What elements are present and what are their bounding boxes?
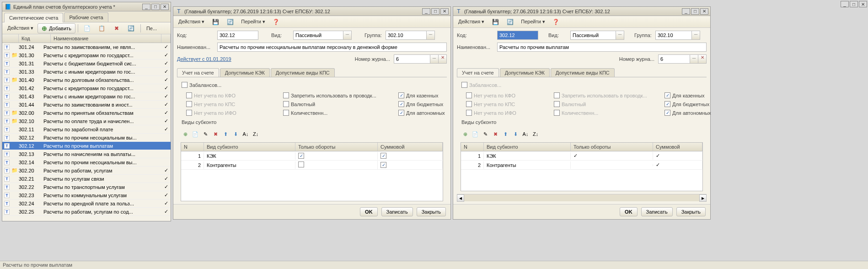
cb-auto[interactable] bbox=[664, 110, 670, 116]
table-row[interactable]: T302.14Расчеты по прочим несоциальным вы… bbox=[2, 158, 171, 167]
table-row[interactable]: T302.21Расчеты по услугам связи✓ bbox=[2, 175, 171, 183]
d2-kind-input[interactable] bbox=[570, 31, 616, 40]
d1-refresh-icon[interactable]: 🔄 bbox=[223, 17, 237, 27]
sk-edit[interactable]: ✎ bbox=[201, 129, 210, 139]
d1-kind-input[interactable] bbox=[293, 31, 343, 40]
th-n[interactable]: N bbox=[181, 143, 204, 151]
subkonto-row[interactable]: 1КЭК✓✓ bbox=[461, 151, 702, 161]
cb-qty[interactable] bbox=[283, 110, 289, 116]
table-row[interactable]: T302.23Расчеты по коммунальным услугам✓ bbox=[2, 191, 171, 199]
table-row[interactable]: T301.43Расчеты с иными кредиторами по го… bbox=[2, 92, 171, 101]
sk-turnover[interactable] bbox=[295, 152, 378, 160]
cb-state[interactable] bbox=[398, 92, 404, 98]
scroll-left[interactable]: ◀ bbox=[457, 194, 464, 202]
tb-icon-2[interactable]: 📋 bbox=[95, 24, 109, 33]
d1-close-btn[interactable]: Закрыть bbox=[417, 207, 446, 216]
sk-down[interactable]: ⬇ bbox=[511, 129, 520, 139]
sk-delete[interactable]: ✖ bbox=[211, 129, 220, 139]
d2-goto[interactable]: Перейти ▾ bbox=[518, 17, 548, 27]
sk-turnover[interactable] bbox=[571, 164, 653, 166]
actions-menu[interactable]: Действия ▾ bbox=[4, 24, 37, 33]
tab-accounting[interactable]: Учет на счете bbox=[177, 68, 219, 77]
d2-journal-dots[interactable]: ... bbox=[690, 54, 698, 64]
tab-kps[interactable]: Допустимые виды КПС bbox=[551, 68, 615, 77]
d2-journal-clear[interactable]: ✕ bbox=[698, 54, 707, 64]
sk-sort-z[interactable]: Z↓ bbox=[251, 129, 260, 139]
table-row[interactable]: T301.24Расчеты по заимствованиям, не явл… bbox=[2, 43, 171, 51]
max-button[interactable]: □ bbox=[151, 4, 160, 10]
tab-accounting[interactable]: Учет на счете bbox=[457, 68, 499, 77]
add-button[interactable]: ⊕Добавить bbox=[38, 23, 75, 33]
d2-ok[interactable]: OK bbox=[620, 207, 638, 216]
d2-max[interactable]: □ bbox=[691, 8, 699, 15]
sk-add[interactable]: ⊕ bbox=[181, 129, 190, 139]
subkonto-row[interactable]: 2Контрагенты bbox=[181, 161, 443, 170]
sk-sum[interactable] bbox=[378, 152, 443, 160]
tab-kek[interactable]: Допустимые КЭК bbox=[500, 68, 550, 77]
table-row[interactable]: T302.11Расчеты по заработной плате✓ bbox=[2, 125, 171, 134]
table-row[interactable]: T📁301.40Расчеты по долговым обязательств… bbox=[2, 76, 171, 84]
cb-auto[interactable] bbox=[398, 110, 404, 116]
th-sum[interactable]: Суммовой bbox=[378, 143, 443, 151]
tab-kps[interactable]: Допустимые виды КПС bbox=[271, 68, 335, 77]
table-row[interactable]: T301.31Расчеты с бюджетами бюджетной сис… bbox=[2, 59, 171, 68]
d2-close[interactable]: ✕ bbox=[700, 8, 708, 15]
th-kind[interactable]: Вид субконто bbox=[204, 143, 295, 151]
sk-sum[interactable] bbox=[378, 161, 443, 169]
min-button[interactable]: _ bbox=[142, 4, 150, 10]
table-row[interactable]: T📁301.30Расчеты с кредиторами по государ… bbox=[2, 51, 171, 59]
d1-save[interactable]: Записать bbox=[381, 207, 413, 216]
sk-edit[interactable]: ✎ bbox=[481, 129, 490, 139]
d2-save-icon[interactable]: 💾 bbox=[488, 17, 502, 27]
d2-refresh-icon[interactable]: 🔄 bbox=[503, 17, 517, 27]
app-max[interactable]: □ bbox=[850, 1, 858, 7]
sk-down[interactable]: ⬇ bbox=[231, 129, 240, 139]
d2-name-input[interactable] bbox=[497, 43, 707, 52]
d2-group-dots[interactable]: ... bbox=[692, 31, 700, 40]
close-button[interactable]: ✕ bbox=[161, 4, 169, 10]
d1-max[interactable]: □ bbox=[431, 8, 439, 15]
d1-goto[interactable]: Перейти ▾ bbox=[238, 17, 268, 27]
cb-forbid[interactable] bbox=[283, 92, 289, 98]
sk-copy[interactable]: 📄 bbox=[471, 129, 480, 139]
d1-journal-input[interactable] bbox=[394, 54, 430, 64]
d1-kind-dots[interactable]: ... bbox=[343, 31, 352, 40]
d1-actions[interactable]: Действия ▾ bbox=[175, 17, 208, 27]
d2-group-input[interactable] bbox=[655, 31, 692, 40]
sk-copy[interactable]: 📄 bbox=[191, 129, 200, 139]
sk-delete[interactable]: ✖ bbox=[491, 129, 500, 139]
d2-save[interactable]: Записать bbox=[641, 207, 673, 216]
d1-name-input[interactable] bbox=[217, 43, 447, 52]
d2-code-input[interactable] bbox=[497, 31, 538, 40]
sk-add[interactable]: ⊕ bbox=[461, 129, 470, 139]
d1-close[interactable]: ✕ bbox=[440, 8, 449, 15]
d2-help-icon[interactable]: ❓ bbox=[549, 17, 563, 27]
subkonto-row[interactable]: 1КЭК bbox=[181, 151, 443, 161]
d2-actions[interactable]: Действия ▾ bbox=[455, 17, 488, 27]
tb-icon-3[interactable]: ✖ bbox=[110, 24, 123, 33]
table-row[interactable]: T301.44Расчеты по заимствованиям в иност… bbox=[2, 101, 171, 109]
tab-synthetic[interactable]: Синтетические счета bbox=[4, 13, 63, 22]
cb-state[interactable] bbox=[664, 92, 670, 98]
sk-sort-a[interactable]: A↓ bbox=[521, 129, 530, 139]
th-n[interactable]: N bbox=[461, 143, 484, 151]
d1-save-icon[interactable]: 💾 bbox=[209, 17, 222, 27]
table-row[interactable]: T301.42Расчеты с кредиторами по государс… bbox=[2, 84, 171, 92]
d1-group-dots[interactable]: ... bbox=[427, 31, 435, 40]
table-row[interactable]: T302.25Расчеты по работам, услугам по со… bbox=[2, 208, 171, 216]
table-row[interactable]: T302.22Расчеты по транспортным услугам✓ bbox=[2, 183, 171, 191]
sk-sort-z[interactable]: Z↓ bbox=[531, 129, 540, 139]
table-row[interactable]: T📁302.20Расчеты по работам, услугам✓ bbox=[2, 167, 171, 175]
sk-sum[interactable]: ✓ bbox=[653, 152, 702, 160]
table-row[interactable]: T📁302.10Расчеты по оплате труда и начисл… bbox=[2, 117, 171, 125]
tb-icon-1[interactable]: 📄 bbox=[80, 24, 94, 33]
d1-journal-clear[interactable]: ✕ bbox=[439, 54, 447, 64]
cb-currency[interactable] bbox=[283, 101, 289, 107]
d2-journal-input[interactable] bbox=[658, 54, 690, 64]
d1-group-input[interactable] bbox=[386, 31, 427, 40]
d1-min[interactable]: _ bbox=[422, 8, 430, 15]
d1-help-icon[interactable]: ❓ bbox=[269, 17, 283, 27]
sk-sort-a[interactable]: A↓ bbox=[241, 129, 250, 139]
scroll-right[interactable]: ▶ bbox=[699, 194, 707, 202]
app-min[interactable]: _ bbox=[841, 1, 849, 7]
